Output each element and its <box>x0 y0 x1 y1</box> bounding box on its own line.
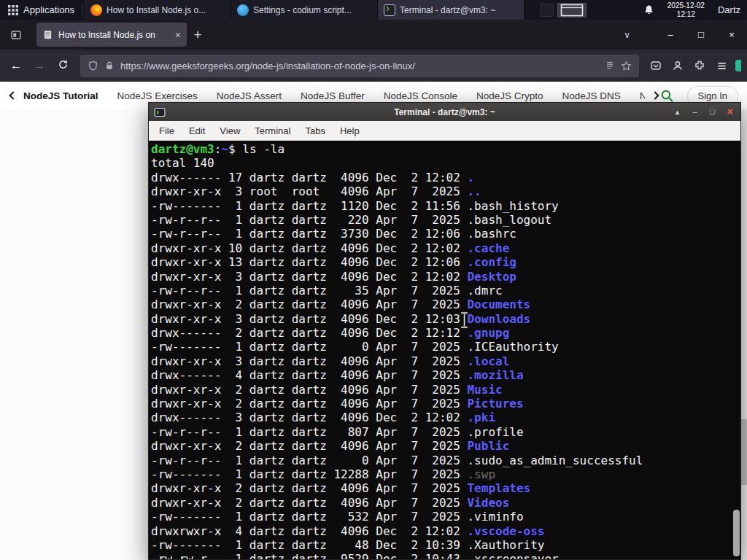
menu-item-terminal[interactable]: Terminal <box>247 125 298 136</box>
pinned-extension-icon[interactable] <box>735 60 741 71</box>
terminal-line: drwxrwxr-x 4 dartz dartz 4096 Dec 2 12:0… <box>151 524 740 538</box>
file-name: .config <box>467 255 516 269</box>
new-tab-button[interactable]: + <box>187 27 209 43</box>
notification-bell-button[interactable] <box>637 0 661 20</box>
file-meta: -rw------- 1 dartz dartz 12288 Apr 7 202… <box>151 467 467 481</box>
bookmark-star-icon[interactable] <box>621 61 632 71</box>
menu-item-view[interactable]: View <box>212 125 247 136</box>
file-meta: -rw------- 1 dartz dartz 48 Dec 2 10:39 <box>151 538 467 552</box>
file-name: .Xauthority <box>467 538 544 552</box>
firefox-icon <box>90 4 102 16</box>
site-nav-link[interactable]: NodeJS Exercises <box>117 90 198 101</box>
applications-menu[interactable]: Applications <box>0 0 82 20</box>
taskbar-button[interactable]: How to Install Node.js o... <box>85 0 231 20</box>
terminal-minimize-button[interactable]: – <box>689 103 700 121</box>
file-name: .bash_history <box>467 199 558 213</box>
clock-date: 2025-12-02 <box>667 1 705 10</box>
desktop: Applications How to Install Node.js o...… <box>0 0 747 560</box>
pocket-button[interactable] <box>646 56 665 75</box>
file-name: Videos <box>467 496 509 510</box>
tab-favicon <box>42 29 53 40</box>
file-meta: -rw-r--r-- 1 dartz dartz 0 Apr 7 2025 <box>151 454 467 467</box>
terminal-maximize-button[interactable]: □ <box>707 103 718 121</box>
back-button[interactable]: ← <box>6 59 26 72</box>
menu-item-file[interactable]: File <box>152 125 182 136</box>
file-meta: -rw-r--r-- 1 dartz dartz 807 Apr 7 2025 <box>151 425 467 439</box>
url-bar[interactable]: https://www.geeksforgeeks.org/node-js/in… <box>80 55 639 77</box>
codium-icon <box>237 4 249 16</box>
minimize-button[interactable]: – <box>661 29 680 40</box>
site-nav-link[interactable]: NodeJS Console <box>384 90 457 101</box>
url-text: https://www.geeksforgeeks.org/node-js/in… <box>120 61 599 71</box>
close-button[interactable]: × <box>722 29 741 40</box>
site-nav-link[interactable]: NodeJS Buffer <box>301 90 365 101</box>
file-meta: drwx------ 4 dartz dartz 4096 Apr 7 2025 <box>151 368 467 382</box>
site-nav-link[interactable]: Node <box>640 90 645 101</box>
shade-button[interactable]: ▴ <box>672 103 683 121</box>
menu-item-edit[interactable]: Edit <box>182 125 212 136</box>
nav-scroll-left-icon[interactable] <box>9 91 17 99</box>
terminal-content[interactable]: dartz@vm3:~$ ls -la total 140 drwx------… <box>149 141 740 559</box>
panel-user[interactable]: Dartz <box>711 0 747 20</box>
terminal-titlebar[interactable]: Terminal - dartz@vm3: ~ ▴ – □ × <box>149 103 740 121</box>
terminal-scrollbar-thumb[interactable] <box>733 510 740 556</box>
site-nav-link[interactable]: NodeJS Tutorial <box>23 90 98 101</box>
site-nav-link[interactable]: NodeJS Assert <box>217 90 282 101</box>
taskbar-button[interactable]: Settings - codium script... <box>231 0 378 20</box>
workspace-pager[interactable] <box>557 3 587 18</box>
forward-button[interactable]: → <box>29 59 50 72</box>
taskbar-button[interactable]: Terminal - dartz@vm3: ~ <box>378 0 525 20</box>
applications-label: Applications <box>23 4 74 15</box>
file-name: Public <box>467 439 509 453</box>
file-meta: drwxr-xr-x 3 root root 4096 Apr 7 2025 <box>151 184 467 198</box>
account-button[interactable] <box>668 56 687 75</box>
prompt-dollar: $ <box>228 142 242 156</box>
reader-mode-icon[interactable] <box>605 61 615 71</box>
extensions-puzzle-icon <box>694 60 705 71</box>
file-name: Desktop <box>467 270 516 284</box>
file-name: .mozilla <box>467 368 523 382</box>
file-name: .xscreensaver <box>467 552 558 559</box>
file-meta: drwxr-xr-x 3 dartz dartz 4096 Apr 7 2025 <box>151 354 467 368</box>
terminal-icon <box>384 4 395 16</box>
site-nav-links: NodeJS TutorialNodeJS ExercisesNodeJS As… <box>23 90 645 101</box>
app-menu-button[interactable] <box>712 56 731 75</box>
tray-icon[interactable] <box>541 4 554 17</box>
firefox-view-button[interactable] <box>6 25 26 45</box>
hamburger-menu-icon <box>716 61 727 71</box>
file-name: .ICEauthority <box>467 340 558 354</box>
file-meta: -rw-rw-r-- 1 dartz dartz 9529 Dec 2 10:4… <box>151 552 467 559</box>
file-name: .bashrc <box>467 227 516 241</box>
terminal-line: -rw------- 1 dartz dartz 1120 Dec 2 11:5… <box>151 199 740 213</box>
terminal-close-button[interactable]: × <box>724 103 735 121</box>
browser-tab[interactable]: How to Install Node.js on × <box>36 23 187 47</box>
taskbar-button-label: Terminal - dartz@vm3: ~ <box>400 5 518 15</box>
file-name: .bash_logout <box>467 213 551 227</box>
file-meta: -rw-r--r-- 1 dartz dartz 3730 Dec 2 12:0… <box>151 227 467 241</box>
terminal-line: -rw------- 1 dartz dartz 532 Apr 7 2025 … <box>151 510 740 524</box>
account-icon <box>672 60 684 71</box>
menu-item-help[interactable]: Help <box>333 125 367 136</box>
reload-button[interactable] <box>53 59 73 73</box>
mouse-cursor-ibeam <box>460 311 469 332</box>
tab-title: How to Install Node.js on <box>58 30 170 40</box>
menu-item-tabs[interactable]: Tabs <box>298 125 332 136</box>
list-all-tabs-button[interactable]: ∨ <box>624 30 630 40</box>
file-name: . <box>467 171 474 184</box>
tab-close-button[interactable]: × <box>175 29 181 41</box>
file-name: .. <box>467 184 481 198</box>
file-meta: drwxr-xr-x 2 dartz dartz 4096 Apr 7 2025 <box>151 496 467 510</box>
page-scrollbar[interactable] <box>741 109 747 560</box>
prompt-colon: : <box>214 142 222 156</box>
page-scrollbar-thumb[interactable] <box>741 419 747 485</box>
file-meta: drwxrwxr-x 4 dartz dartz 4096 Dec 2 12:0… <box>151 524 467 538</box>
panel-clock[interactable]: 2025-12-02 12:12 <box>661 0 711 20</box>
clock-time: 12:12 <box>667 10 705 19</box>
site-nav-link[interactable]: NodeJS Crypto <box>476 90 543 101</box>
maximize-button[interactable]: □ <box>692 29 711 40</box>
file-name: Downloads <box>467 312 530 326</box>
site-nav-link[interactable]: NodeJS DNS <box>562 90 621 101</box>
file-name: Pictures <box>467 397 523 411</box>
extensions-button[interactable] <box>690 56 709 75</box>
terminal-line: drwx------ 2 dartz dartz 4096 Dec 2 12:1… <box>151 326 740 340</box>
